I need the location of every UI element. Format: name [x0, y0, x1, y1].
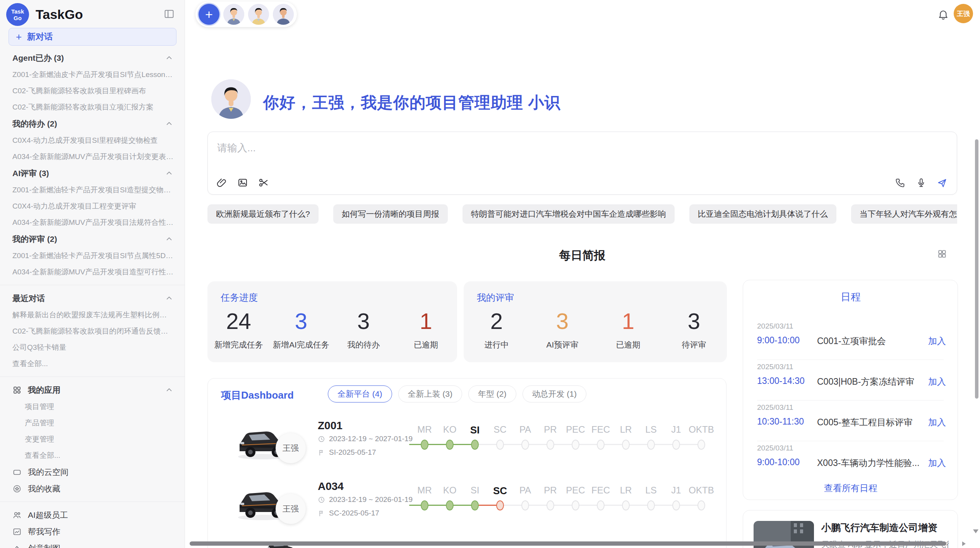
- app-item[interactable]: 产品管理: [0, 415, 185, 431]
- sidebar-task-item[interactable]: Z001-全新燃油轻卡产品开发项目SI节点属性5D文件评审: [0, 248, 185, 264]
- sidebar-task-item[interactable]: Z001-全新燃油轻卡产品开发项目SI造型提交物评审: [0, 182, 185, 198]
- notification-bell-icon[interactable]: [937, 9, 949, 20]
- section-title: 最近对话: [12, 293, 45, 304]
- image-icon[interactable]: [237, 177, 248, 188]
- join-meeting-link[interactable]: 加入: [928, 457, 946, 469]
- metric: 3新增AI完成任务: [270, 308, 332, 350]
- mic-icon[interactable]: [916, 177, 927, 188]
- sidebar-task-item[interactable]: C02-飞腾新能源轻客改款项目里程碑画布: [0, 83, 185, 99]
- schedule-event-title: C003|H0B-方案冻结评审: [817, 376, 914, 388]
- attach-icon[interactable]: [216, 177, 227, 188]
- sidebar-tool-2[interactable]: 创意制图: [0, 540, 185, 548]
- chevron-up-icon: [165, 169, 173, 178]
- schedule-time: 13:00-14:30: [757, 376, 805, 386]
- recent-chats-header[interactable]: 最近对话: [0, 290, 185, 307]
- dashboard-filter-1[interactable]: 全新上装 (3): [398, 385, 463, 402]
- schedule-event-title: X003-车辆动力学性能验...: [817, 457, 920, 469]
- metrics-row: 2进行中3AI预评审1已逾期3待评审: [464, 308, 727, 350]
- milestone-dot-SI: [471, 500, 479, 510]
- suggestion-chip[interactable]: 欧洲新规最近颁布了什么?: [207, 204, 319, 224]
- sidebar: Task Go TaskGo + 新对话 Agent已办 (3)Z001-全新燃…: [0, 0, 185, 548]
- app-item[interactable]: 查看全部...: [0, 447, 185, 464]
- sidebar-task-item[interactable]: Z001-全新燃油皮卡产品开发项目SI节点Lesson Learn报告: [0, 67, 185, 83]
- dashboard-filter-0[interactable]: 全新平台 (4): [328, 385, 392, 402]
- metric-label: 新增AI完成任务: [270, 339, 332, 350]
- schedule-date: 2025/03/11: [757, 444, 793, 452]
- stat-card-title: 任务进度: [221, 291, 258, 304]
- new-chat-button[interactable]: + 新对话: [9, 28, 176, 46]
- sidebar-link-1[interactable]: 我的收藏: [0, 480, 185, 497]
- milestone-dot-PEC: [572, 500, 579, 510]
- sidebar-task-item[interactable]: C02-飞腾新能源轻客改款项目立项汇报方案: [0, 99, 185, 115]
- recent-chat-item[interactable]: 解释最新出台的欧盟报废车法规再生塑料比例被调至15%...: [0, 307, 185, 323]
- suggestion-chip[interactable]: 当下年轻人对汽车外观有怎样的喜好趋势: [851, 204, 957, 224]
- schedule-item[interactable]: 2025/03/1113:00-14:30C003|H0B-方案冻结评审加入: [743, 360, 958, 400]
- join-meeting-link[interactable]: 加入: [928, 335, 946, 347]
- project-row-A034[interactable]: 王强A0342023-12-19 ~ 2026-01-19SC-2025-05-…: [208, 474, 726, 535]
- my-apps-label-wrap: 我的应用: [12, 385, 60, 396]
- horizontal-scrollbar-thumb[interactable]: [190, 541, 946, 546]
- sidebar-task-item[interactable]: A034-全新新能源MUV产品开发项目造型可行性评审: [0, 264, 185, 280]
- briefing-layout-icon[interactable]: [937, 249, 947, 259]
- sidebar-section-header[interactable]: 我的评审 (2): [0, 231, 185, 248]
- send-icon[interactable]: [937, 177, 947, 188]
- suggestion-chip[interactable]: 特朗普可能对进口汽车增税会对中国车企造成哪些影响: [463, 204, 675, 224]
- sidebar-link-0[interactable]: 我的云空间: [0, 464, 185, 480]
- dashboard-filter-3[interactable]: 动总开发 (1): [523, 385, 587, 402]
- my-apps-header[interactable]: 我的应用: [0, 382, 185, 399]
- milestone-dot-LS: [647, 500, 655, 510]
- project-code: A034: [318, 480, 344, 493]
- chat-input[interactable]: 请输入...: [207, 132, 957, 195]
- sidebar-task-item[interactable]: C0X4-动力总成开发项目工程变更评审: [0, 198, 185, 214]
- suggestion-chip[interactable]: 比亚迪全固态电池计划具体说了什么: [689, 204, 836, 224]
- app-item[interactable]: 变更管理: [0, 431, 185, 447]
- schedule-item[interactable]: 2025/03/119:00-10:00C001-立项审批会加入: [743, 319, 958, 360]
- schedule-time: 9:00-10:00: [757, 457, 800, 468]
- schedule-title: 日程: [743, 290, 958, 304]
- link-label: 我的收藏: [28, 483, 60, 494]
- schedule-event-title: C005-整车工程目标评审: [817, 416, 913, 428]
- sidebar-tool-1[interactable]: 帮我写作: [0, 523, 185, 540]
- milestone-dot-J1: [672, 500, 680, 510]
- dashboard-filter-2[interactable]: 年型 (2): [468, 385, 516, 402]
- vertical-scrollbar-thumb[interactable]: [975, 139, 978, 399]
- assistant-avatar-2[interactable]: [248, 4, 269, 25]
- scroll-down-arrow[interactable]: [973, 529, 978, 533]
- sidebar-section-header[interactable]: AI评审 (3): [0, 165, 185, 182]
- metric-value: 24: [207, 308, 270, 334]
- milestone-dot-MR: [421, 440, 428, 450]
- sidebar-section-header[interactable]: Agent已办 (3): [0, 50, 185, 67]
- metric-value: 3: [270, 308, 332, 334]
- project-dates: 2023-12-19 ~ 2027-01-19: [329, 435, 413, 443]
- recent-chat-item[interactable]: C02-飞腾新能源轻客改款项目的闭环通告反馈情况: [0, 323, 185, 339]
- sidebar-tool-0[interactable]: AI超级员工: [0, 507, 185, 523]
- schedule-item[interactable]: 2025/03/1110:30-11:30C005-整车工程目标评审加入: [743, 400, 958, 441]
- suggestion-chip[interactable]: 如何写一份清晰的项目周报: [333, 204, 448, 224]
- join-meeting-link[interactable]: 加入: [928, 416, 946, 428]
- app-item[interactable]: 项目管理: [0, 399, 185, 415]
- schedule-item[interactable]: 2025/03/119:00-10:00X003-车辆动力学性能验...加入: [743, 441, 958, 481]
- apps-icon: [12, 385, 22, 395]
- app-title: TaskGo: [36, 7, 83, 22]
- sidebar-section-header[interactable]: 我的待办 (2): [0, 115, 185, 132]
- join-meeting-link[interactable]: 加入: [928, 376, 946, 388]
- user-avatar[interactable]: 王强: [954, 4, 973, 23]
- phone-icon[interactable]: [895, 177, 906, 188]
- sidebar-task-item[interactable]: A034-全新新能源MUV产品开发项目法规符合性评审: [0, 214, 185, 231]
- sidebar-task-item[interactable]: C0X4-动力总成开发项目SI里程碑提交物检查: [0, 132, 185, 149]
- view-all-schedule-link[interactable]: 查看所有日程: [743, 482, 958, 494]
- milestone-dot-PR: [547, 440, 554, 450]
- scroll-right-arrow[interactable]: [962, 541, 966, 546]
- assistant-avatar-3[interactable]: [273, 4, 294, 25]
- scissors-icon[interactable]: [258, 177, 269, 188]
- assistant-avatar-1[interactable]: [223, 4, 244, 25]
- metric-value: 3: [529, 308, 595, 334]
- milestone-track: MRKOSISCPAPRPECFECLRLSJ1OKTB: [409, 416, 719, 463]
- schedule-date: 2025/03/11: [757, 363, 793, 371]
- sidebar-collapse-icon[interactable]: [164, 9, 175, 19]
- project-row-Z001[interactable]: 王强Z0012023-12-19 ~ 2027-01-19SI-2025-05-…: [208, 413, 726, 474]
- sidebar-task-item[interactable]: A034-全新新能源MUV产品开发项目计划变更表编写: [0, 149, 185, 165]
- add-assistant-button[interactable]: +: [199, 4, 219, 25]
- recent-chat-item[interactable]: 查看全部...: [0, 356, 185, 372]
- recent-chat-item[interactable]: 公司Q3轻卡销量: [0, 339, 185, 356]
